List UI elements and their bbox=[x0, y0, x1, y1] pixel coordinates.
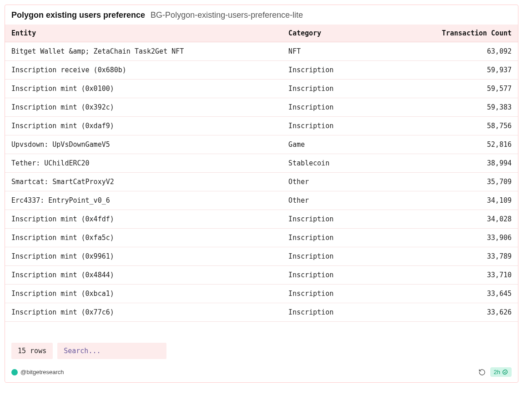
cell-count: 59,937 bbox=[405, 61, 518, 80]
avatar bbox=[11, 369, 18, 375]
col-header-entity[interactable]: Entity bbox=[5, 25, 282, 42]
cell-category: Game bbox=[282, 135, 405, 154]
cell-category: Other bbox=[282, 191, 405, 210]
table-row[interactable]: Bitget Wallet &amp; ZetaChain Task2Get N… bbox=[5, 42, 518, 61]
cell-entity: Inscription mint (0x0100) bbox=[5, 80, 282, 98]
table-row[interactable]: Inscription mint (0x392c)Inscription59,3… bbox=[5, 98, 518, 117]
cell-category: Other bbox=[282, 173, 405, 191]
footer-gap bbox=[5, 322, 518, 343]
cell-entity: Inscription mint (0x4844) bbox=[5, 266, 282, 285]
table-row[interactable]: Inscription receive (0x680b)Inscription5… bbox=[5, 61, 518, 80]
col-header-category[interactable]: Category bbox=[282, 25, 405, 42]
card-title: Polygon existing users preference bbox=[11, 10, 145, 20]
cell-category: Inscription bbox=[282, 80, 405, 98]
cell-count: 33,710 bbox=[405, 266, 518, 285]
cell-category: Stablecoin bbox=[282, 154, 405, 173]
refresh-icon[interactable] bbox=[478, 369, 486, 376]
table-row[interactable]: Inscription mint (0x9961)Inscription33,7… bbox=[5, 247, 518, 266]
cell-count: 58,756 bbox=[405, 117, 518, 135]
last-updated-badge[interactable]: 2h bbox=[490, 367, 512, 377]
cell-entity: Bitget Wallet &amp; ZetaChain Task2Get N… bbox=[5, 42, 282, 61]
cell-entity: Smartcat: SmartCatProxyV2 bbox=[5, 173, 282, 191]
cell-entity: Inscription mint (0x392c) bbox=[5, 98, 282, 117]
table-row[interactable]: Inscription mint (0x4844)Inscription33,7… bbox=[5, 266, 518, 285]
cell-count: 52,816 bbox=[405, 135, 518, 154]
cell-category: Inscription bbox=[282, 303, 405, 322]
cell-entity: Inscription mint (0x77c6) bbox=[5, 303, 282, 322]
cell-count: 34,028 bbox=[405, 210, 518, 229]
cell-entity: Inscription receive (0x680b) bbox=[5, 61, 282, 80]
table-row[interactable]: Inscription mint (0x0100)Inscription59,5… bbox=[5, 80, 518, 98]
cell-category: Inscription bbox=[282, 285, 405, 303]
cell-count: 63,092 bbox=[405, 42, 518, 61]
cell-entity: Inscription mint (0xdaf9) bbox=[5, 117, 282, 135]
cell-entity: Upvsdown: UpVsDownGameV5 bbox=[5, 135, 282, 154]
cell-category: Inscription bbox=[282, 98, 405, 117]
cell-entity: Inscription mint (0x9961) bbox=[5, 247, 282, 266]
data-table: Entity Category Transaction Count Bitget… bbox=[5, 25, 518, 322]
cell-category: Inscription bbox=[282, 210, 405, 229]
time-text: 2h bbox=[494, 369, 500, 375]
cell-category: Inscription bbox=[282, 117, 405, 135]
cell-entity: Inscription mint (0x4fdf) bbox=[5, 210, 282, 229]
verified-icon bbox=[502, 369, 508, 375]
table-row[interactable]: Erc4337: EntryPoint_v0_6Other34,109 bbox=[5, 191, 518, 210]
row-count-badge: 15 rows bbox=[11, 343, 53, 359]
table-row[interactable]: Inscription mint (0x4fdf)Inscription34,0… bbox=[5, 210, 518, 229]
table-header-row: Entity Category Transaction Count bbox=[5, 25, 518, 42]
search-input[interactable] bbox=[57, 343, 166, 359]
card-header: Polygon existing users preference BG-Pol… bbox=[5, 5, 518, 25]
col-header-count[interactable]: Transaction Count bbox=[405, 25, 518, 42]
cell-entity: Erc4337: EntryPoint_v0_6 bbox=[5, 191, 282, 210]
cell-count: 33,645 bbox=[405, 285, 518, 303]
cell-category: Inscription bbox=[282, 61, 405, 80]
query-card: Polygon existing users preference BG-Pol… bbox=[5, 5, 518, 383]
cell-count: 35,709 bbox=[405, 173, 518, 191]
cell-count: 34,109 bbox=[405, 191, 518, 210]
table-row[interactable]: Inscription mint (0x77c6)Inscription33,6… bbox=[5, 303, 518, 322]
cell-count: 59,383 bbox=[405, 98, 518, 117]
table-row[interactable]: Inscription mint (0xdaf9)Inscription58,7… bbox=[5, 117, 518, 135]
table-row[interactable]: Inscription mint (0xbca1)Inscription33,6… bbox=[5, 285, 518, 303]
table-row[interactable]: Upvsdown: UpVsDownGameV5Game52,816 bbox=[5, 135, 518, 154]
cell-category: Inscription bbox=[282, 266, 405, 285]
cell-entity: Tether: UChildERC20 bbox=[5, 154, 282, 173]
table-row[interactable]: Inscription mint (0xfa5c)Inscription33,9… bbox=[5, 229, 518, 247]
table-row[interactable]: Smartcat: SmartCatProxyV2Other35,709 bbox=[5, 173, 518, 191]
cell-count: 33,626 bbox=[405, 303, 518, 322]
cell-count: 38,994 bbox=[405, 154, 518, 173]
cell-count: 33,906 bbox=[405, 229, 518, 247]
cell-entity: Inscription mint (0xfa5c) bbox=[5, 229, 282, 247]
right-controls: 2h bbox=[478, 367, 512, 377]
author-handle[interactable]: @bitgetresearch bbox=[11, 369, 64, 375]
cell-category: Inscription bbox=[282, 247, 405, 266]
cell-category: NFT bbox=[282, 42, 405, 61]
cell-entity: Inscription mint (0xbca1) bbox=[5, 285, 282, 303]
cell-category: Inscription bbox=[282, 229, 405, 247]
table-controls: 15 rows bbox=[5, 343, 518, 365]
card-subtitle: BG-Polygon-existing-users-preference-lit… bbox=[151, 10, 303, 20]
table-row[interactable]: Tether: UChildERC20Stablecoin38,994 bbox=[5, 154, 518, 173]
handle-text: @bitgetresearch bbox=[20, 369, 64, 375]
cell-count: 33,789 bbox=[405, 247, 518, 266]
cell-count: 59,577 bbox=[405, 80, 518, 98]
card-bottom-bar: @bitgetresearch 2h bbox=[5, 365, 518, 382]
